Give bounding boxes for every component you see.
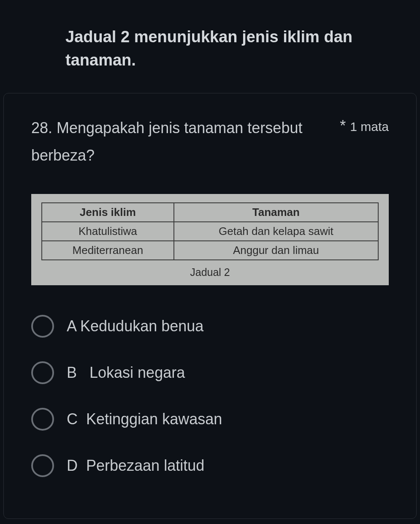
radio-icon	[31, 361, 54, 384]
header-title: Jadual 2 menunjukkan jenis iklim dan tan…	[65, 25, 388, 72]
question-image-table: Jenis iklim Tanaman Khatulistiwa Getah d…	[31, 194, 389, 285]
radio-icon	[31, 454, 54, 477]
table-cell: Mediterranean	[42, 241, 174, 260]
table-header-cell: Jenis iklim	[42, 203, 174, 222]
option-label: C Ketinggian kawasan	[67, 410, 222, 428]
climate-table: Jenis iklim Tanaman Khatulistiwa Getah d…	[41, 202, 379, 260]
table-header-cell: Tanaman	[174, 203, 378, 222]
radio-icon	[31, 408, 54, 431]
header-section: Jadual 2 menunjukkan jenis iklim dan tan…	[0, 0, 420, 93]
table-row: Mediterranean Anggur dan limau	[42, 241, 378, 260]
points-label: 1 mata	[350, 120, 389, 134]
table-cell: Khatulistiwa	[42, 222, 174, 241]
question-header: 28. Mengapakah jenis tanaman tersebut be…	[31, 115, 389, 169]
options-container: A Kedudukan benua B Lokasi negara C Keti…	[31, 303, 389, 489]
option-label: A Kedudukan benua	[67, 317, 203, 335]
option-label: D Perbezaan latitud	[67, 457, 204, 475]
table-header-row: Jenis iklim Tanaman	[42, 203, 378, 222]
table-row: Khatulistiwa Getah dan kelapa sawit	[42, 222, 378, 241]
option-b[interactable]: B Lokasi negara	[31, 349, 389, 396]
option-a[interactable]: A Kedudukan benua	[31, 303, 389, 349]
table-caption: Jadual 2	[41, 260, 379, 280]
question-card: 28. Mengapakah jenis tanaman tersebut be…	[3, 93, 417, 519]
option-label: B Lokasi negara	[67, 364, 185, 382]
table-cell: Getah dan kelapa sawit	[174, 222, 378, 241]
points-indicator: * 1 mata	[340, 115, 389, 135]
option-d[interactable]: D Perbezaan latitud	[31, 442, 389, 489]
table-cell: Anggur dan limau	[174, 241, 378, 260]
question-text: 28. Mengapakah jenis tanaman tersebut be…	[31, 115, 327, 169]
option-c[interactable]: C Ketinggian kawasan	[31, 396, 389, 442]
required-asterisk: *	[340, 117, 346, 135]
radio-icon	[31, 315, 54, 338]
